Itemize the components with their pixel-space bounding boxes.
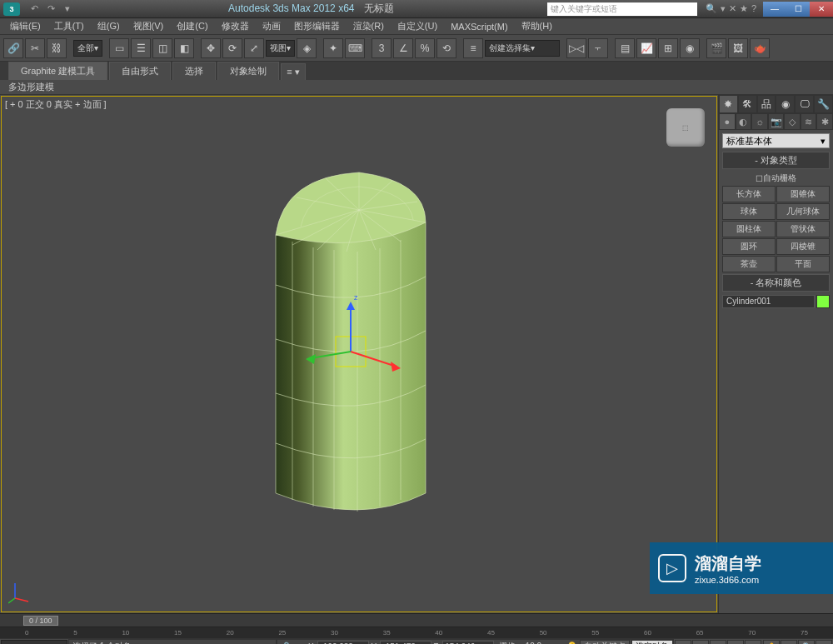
- zoom-icon[interactable]: 🔍: [798, 640, 815, 644]
- menu-group[interactable]: 组(G): [91, 20, 127, 32]
- search-icon[interactable]: 🔍: [706, 3, 717, 14]
- menu-help[interactable]: 帮助(H): [515, 20, 559, 32]
- rollout-object-type[interactable]: - 对象类型: [722, 152, 830, 169]
- menu-render[interactable]: 渲染(R): [347, 20, 391, 32]
- object-name-input[interactable]: Cylinder001: [722, 295, 815, 308]
- time-slider[interactable]: 0 / 100: [0, 613, 833, 627]
- modify-tab[interactable]: 🛠: [738, 95, 757, 113]
- autogrid-checkbox[interactable]: ☐ 自动栅格: [719, 171, 833, 186]
- geosphere-button[interactable]: 几何球体: [776, 203, 830, 220]
- viewport-perspective[interactable]: [ + 0 正交 0 真实 + 边面 ]: [1, 96, 717, 612]
- category-dropdown[interactable]: 标准基本体▾: [722, 133, 830, 148]
- display-tab[interactable]: 🖵: [795, 95, 814, 113]
- render-frame-icon[interactable]: 🖼: [728, 38, 748, 58]
- app-logo[interactable]: 3: [3, 2, 20, 16]
- create-tab[interactable]: ✸: [719, 95, 738, 113]
- abs-rel-icon[interactable]: ⊕: [296, 642, 303, 645]
- teapot-button[interactable]: 茶壶: [722, 256, 776, 272]
- minimize-button[interactable]: —: [763, 2, 786, 17]
- cone-button[interactable]: 圆锥体: [776, 186, 830, 202]
- menu-edit[interactable]: 编辑(E): [3, 20, 47, 32]
- rotate-icon[interactable]: ⟳: [222, 38, 242, 58]
- goto-end-icon[interactable]: ⏭: [745, 640, 761, 644]
- coord-x[interactable]: [317, 641, 369, 645]
- sphere-button[interactable]: 球体: [722, 203, 776, 220]
- cylinder-object[interactable]: z: [251, 143, 467, 527]
- window-crossing-icon[interactable]: ◧: [174, 38, 194, 58]
- curve-editor-icon[interactable]: 📈: [636, 38, 656, 58]
- menu-grapheditor[interactable]: 图形编辑器: [287, 20, 347, 32]
- spacewarps-subtab[interactable]: ≋: [801, 113, 817, 130]
- keyboard-icon[interactable]: ⌨: [345, 38, 365, 58]
- menu-view[interactable]: 视图(V): [127, 20, 171, 32]
- mirror-icon[interactable]: ▷◁: [566, 38, 586, 58]
- select-name-icon[interactable]: ☰: [131, 38, 151, 58]
- signin-icon[interactable]: ▾: [721, 3, 726, 14]
- unlink-icon[interactable]: ✂: [25, 38, 45, 58]
- fov-icon[interactable]: ⌖: [816, 640, 832, 644]
- menu-create[interactable]: 创建(C): [170, 20, 214, 32]
- help-icon[interactable]: ?: [751, 3, 756, 14]
- link-icon[interactable]: 🔗: [3, 38, 23, 58]
- object-color-swatch[interactable]: [816, 295, 830, 308]
- ribbon-tab-dropdown[interactable]: ≡ ▾: [281, 63, 305, 80]
- snap-icon[interactable]: 3: [372, 38, 392, 58]
- viewport-label[interactable]: [ + 0 正交 0 真实 + 边面 ]: [5, 98, 107, 111]
- geometry-subtab[interactable]: ●: [719, 113, 736, 130]
- systems-subtab[interactable]: ✱: [816, 113, 833, 130]
- coord-y[interactable]: [380, 641, 431, 645]
- track-bar[interactable]: 0510 152025 303540 455055 606570 75: [0, 627, 833, 638]
- pan-icon[interactable]: ✋: [763, 640, 780, 644]
- shapes-subtab[interactable]: ◐: [736, 113, 752, 130]
- render-setup-icon[interactable]: 🎬: [706, 38, 726, 58]
- play-icon[interactable]: ▶: [710, 640, 726, 644]
- layer-icon[interactable]: ▤: [615, 38, 635, 58]
- select-region-icon[interactable]: ◫: [152, 38, 172, 58]
- coord-z[interactable]: [442, 641, 494, 645]
- torus-button[interactable]: 圆环: [722, 238, 776, 255]
- scale-icon[interactable]: ⤢: [244, 38, 264, 58]
- move-icon[interactable]: ✥: [201, 38, 221, 58]
- selected-dropdown[interactable]: 选定对象: [631, 640, 673, 644]
- pyramid-button[interactable]: 四棱锥: [776, 238, 830, 255]
- ribbon-tab-graphite[interactable]: Graphite 建模工具: [8, 62, 107, 80]
- exchange-icon[interactable]: ✕: [729, 3, 736, 14]
- view-cube[interactable]: ⬚: [661, 103, 710, 152]
- ribbon-tab-paint[interactable]: 对象绘制: [217, 62, 279, 80]
- menu-animation[interactable]: 动画: [256, 20, 287, 32]
- help-search[interactable]: 键入关键字或短语: [547, 2, 697, 16]
- favorite-icon[interactable]: ★: [740, 3, 748, 14]
- named-sel-icon[interactable]: ≡: [463, 38, 483, 58]
- angle-snap-icon[interactable]: ∠: [393, 38, 413, 58]
- motion-tab[interactable]: ◉: [776, 95, 795, 113]
- key-icon[interactable]: 🔑: [565, 642, 576, 645]
- rollout-name-color[interactable]: - 名称和颜色: [722, 274, 830, 292]
- percent-snap-icon[interactable]: %: [415, 38, 435, 58]
- schematic-icon[interactable]: ⊞: [658, 38, 678, 58]
- dropdown-icon[interactable]: ▾: [60, 2, 75, 16]
- lights-subtab[interactable]: ☼: [751, 113, 768, 130]
- prev-frame-icon[interactable]: ◀: [692, 640, 709, 644]
- named-selection-set[interactable]: 创建选择集 ▾: [485, 40, 560, 57]
- maxscript-mini[interactable]: [1, 640, 67, 644]
- selection-filter[interactable]: 全部 ▾: [73, 40, 102, 57]
- menu-modifiers[interactable]: 修改器: [215, 20, 256, 32]
- cameras-subtab[interactable]: 📷: [768, 113, 785, 130]
- ribbon-tab-selection[interactable]: 选择: [172, 62, 216, 80]
- lock-icon[interactable]: 🔒: [281, 642, 292, 645]
- align-icon[interactable]: ⫟: [588, 38, 608, 58]
- redo-icon[interactable]: ↷: [43, 2, 58, 16]
- time-handle[interactable]: 0 / 100: [23, 616, 58, 626]
- next-frame-icon[interactable]: ▶: [727, 640, 744, 644]
- utilities-tab[interactable]: 🔧: [814, 95, 833, 113]
- close-button[interactable]: ✕: [810, 2, 833, 17]
- select-icon[interactable]: ▭: [109, 38, 129, 58]
- pivot-icon[interactable]: ◈: [297, 38, 317, 58]
- autokey-button[interactable]: 自动关键点: [580, 640, 630, 644]
- menu-tools[interactable]: 工具(T): [47, 20, 91, 32]
- menu-maxscript[interactable]: MAXScript(M): [444, 22, 514, 32]
- ribbon-tab-freeform[interactable]: 自由形式: [109, 62, 171, 80]
- cylinder-button[interactable]: 圆柱体: [722, 221, 776, 237]
- manipulate-icon[interactable]: ✦: [323, 38, 343, 58]
- goto-start-icon[interactable]: ⏮: [675, 640, 691, 644]
